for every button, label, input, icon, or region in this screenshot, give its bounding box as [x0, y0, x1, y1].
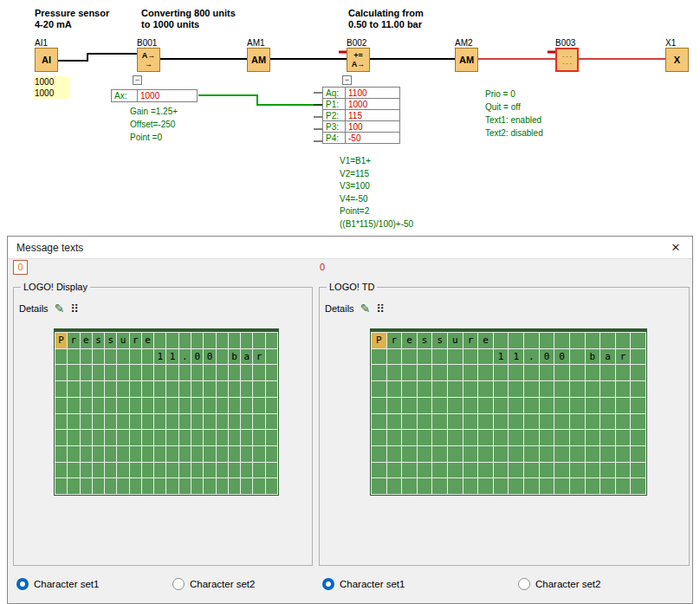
open-connector-block[interactable]: X: [665, 48, 689, 72]
char-cell[interactable]: [478, 381, 493, 397]
char-cell[interactable]: [142, 349, 153, 365]
char-cell[interactable]: [509, 398, 523, 413]
display-char-grid[interactable]: Pressure11.00bar: [54, 328, 279, 496]
char-cell[interactable]: [68, 446, 79, 462]
char-cell[interactable]: [55, 446, 67, 462]
char-cell[interactable]: [191, 381, 203, 397]
char-cell[interactable]: [241, 463, 252, 478]
char-cell[interactable]: [631, 365, 645, 380]
char-cell[interactable]: [81, 430, 92, 445]
char-cell[interactable]: [372, 414, 386, 430]
char-cell[interactable]: [494, 365, 509, 380]
char-cell[interactable]: [266, 398, 277, 413]
char-cell[interactable]: [448, 478, 463, 494]
char-cell[interactable]: [55, 414, 67, 430]
char-cell[interactable]: [266, 365, 277, 380]
char-cell[interactable]: [229, 430, 240, 445]
char-cell[interactable]: P: [55, 333, 67, 348]
char-cell[interactable]: [117, 478, 128, 494]
special-characters-icon[interactable]: ⠿: [70, 302, 79, 315]
char-cell[interactable]: [402, 414, 417, 430]
char-cell[interactable]: [204, 381, 215, 397]
char-cell[interactable]: [570, 446, 585, 462]
char-cell[interactable]: [68, 463, 79, 478]
char-cell[interactable]: [241, 381, 252, 397]
char-cell[interactable]: [432, 365, 447, 380]
char-cell[interactable]: [55, 398, 67, 413]
char-cell[interactable]: [586, 365, 600, 380]
char-cell[interactable]: [130, 365, 141, 380]
char-cell[interactable]: [81, 381, 92, 397]
char-cell[interactable]: b: [229, 349, 240, 365]
char-cell[interactable]: [448, 463, 463, 478]
char-cell[interactable]: [509, 333, 523, 348]
char-cell[interactable]: [253, 478, 264, 494]
char-cell[interactable]: [494, 446, 509, 462]
char-cell[interactable]: [554, 414, 569, 430]
char-cell[interactable]: [600, 430, 615, 445]
char-cell[interactable]: [448, 349, 463, 365]
char-cell[interactable]: [570, 398, 585, 413]
char-cell[interactable]: [81, 365, 92, 380]
char-cell[interactable]: [432, 414, 447, 430]
char-cell[interactable]: r: [387, 333, 402, 348]
char-cell[interactable]: [142, 414, 153, 430]
char-cell[interactable]: [117, 446, 128, 462]
radio-charset2-td[interactable]: Character set2: [518, 578, 600, 590]
char-cell[interactable]: [142, 430, 153, 445]
char-cell[interactable]: [570, 333, 585, 348]
char-cell[interactable]: [217, 365, 228, 380]
char-cell[interactable]: [253, 381, 264, 397]
char-cell[interactable]: [418, 398, 432, 413]
char-cell[interactable]: [631, 478, 645, 494]
char-cell[interactable]: [478, 398, 493, 413]
char-cell[interactable]: [631, 430, 645, 445]
char-cell[interactable]: [229, 381, 240, 397]
char-cell[interactable]: [217, 446, 228, 462]
block-am1[interactable]: AM1 AM: [247, 38, 271, 72]
char-cell[interactable]: [524, 463, 539, 478]
char-cell[interactable]: [154, 446, 165, 462]
char-cell[interactable]: [68, 349, 79, 365]
char-cell[interactable]: [570, 463, 585, 478]
char-cell[interactable]: [586, 414, 600, 430]
char-cell[interactable]: [432, 381, 447, 397]
radio-unselected-icon[interactable]: [172, 578, 185, 590]
char-cell[interactable]: [266, 349, 277, 365]
char-cell[interactable]: [448, 365, 463, 380]
char-cell[interactable]: [105, 349, 116, 365]
char-cell[interactable]: [631, 414, 645, 430]
char-cell[interactable]: [229, 446, 240, 462]
char-cell[interactable]: [600, 381, 615, 397]
char-cell[interactable]: [55, 365, 67, 380]
char-cell[interactable]: [554, 446, 569, 462]
char-cell[interactable]: [166, 333, 178, 348]
char-cell[interactable]: [570, 381, 585, 397]
char-cell[interactable]: [387, 446, 402, 462]
char-cell[interactable]: [191, 414, 203, 430]
char-cell[interactable]: [387, 398, 402, 413]
char-cell[interactable]: [217, 463, 228, 478]
char-cell[interactable]: [418, 349, 432, 365]
char-cell[interactable]: [586, 381, 600, 397]
char-cell[interactable]: [554, 430, 569, 445]
message-text-block[interactable]: - - -- - -: [555, 48, 579, 72]
char-cell[interactable]: s: [105, 333, 116, 348]
char-cell[interactable]: [204, 365, 215, 380]
char-cell[interactable]: [166, 463, 178, 478]
analog-amplifier-block[interactable]: A→→: [137, 48, 160, 72]
char-cell[interactable]: [432, 430, 447, 445]
char-cell[interactable]: [130, 349, 141, 365]
char-cell[interactable]: [241, 478, 252, 494]
char-cell[interactable]: [448, 430, 463, 445]
char-cell[interactable]: [154, 333, 165, 348]
char-cell[interactable]: [179, 365, 191, 380]
char-cell[interactable]: [229, 478, 240, 494]
char-cell[interactable]: [372, 446, 386, 462]
char-cell[interactable]: [494, 333, 509, 348]
char-cell[interactable]: [204, 414, 215, 430]
char-cell[interactable]: s: [418, 333, 432, 348]
char-cell[interactable]: r: [68, 333, 79, 348]
special-characters-icon[interactable]: ⠿: [376, 302, 385, 315]
char-cell[interactable]: s: [432, 333, 447, 348]
